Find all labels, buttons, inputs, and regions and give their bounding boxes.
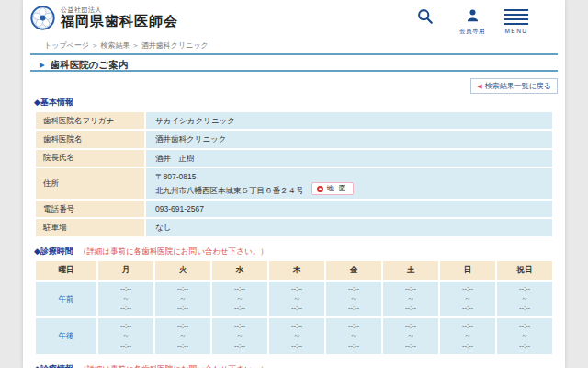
hours-cell-line: --:-- (499, 304, 550, 314)
hours-cell-line: ～ (328, 294, 379, 305)
hours-col-day: 月 (98, 261, 153, 280)
hours-col-day: 水 (212, 261, 267, 280)
row-label: 電話番号 (36, 201, 144, 217)
hours-cell-line: ～ (271, 331, 322, 341)
search-button[interactable] (416, 8, 433, 28)
hours-cell-line: --:-- (157, 341, 209, 351)
hours-col-day: 火 (155, 261, 210, 280)
hours-cell-line: --:-- (100, 304, 152, 314)
basic-info-table: 歯科医院名フリガナサカイシカクリニック歯科医院名酒井歯科クリニック院長氏名酒井 … (34, 110, 554, 238)
back-to-results-button[interactable]: ◀検索結果一覧に戻る (470, 78, 558, 94)
hours-cell-line: ～ (100, 331, 152, 341)
hours-cell-line: --:-- (499, 284, 550, 294)
hours-cell: --:--～--:-- (383, 318, 438, 354)
hours-cell-line: --:-- (385, 321, 436, 331)
basic-info-heading: ◆基本情報 (34, 97, 554, 108)
hours-cell-line: --:-- (328, 321, 379, 331)
menu-button[interactable]: MENU (496, 8, 537, 34)
row-label: 歯科医院名 (36, 131, 144, 147)
hours-cell-line: ～ (442, 294, 493, 305)
hours-table: 曜日月火水木金土日祝日 午前--:--～--:----:--～--:----:-… (34, 259, 554, 356)
value-line: 093-691-2567 (155, 204, 204, 213)
hours-cell-line: --:-- (214, 321, 266, 331)
hours-col-day: 土 (383, 261, 438, 280)
hours-cell-line: --:-- (385, 304, 436, 314)
back-arrow-icon: ◀ (477, 83, 481, 89)
site-header: 公益社団法人 福岡県歯科医師会 会員専用 MENU (23, 0, 565, 37)
hours-cell-line: ～ (214, 294, 266, 305)
row-value: 酒井 正樹 (146, 150, 552, 167)
hours-note: （詳細は事前に各歯科医院にお問い合わせ下さい。） (79, 247, 268, 256)
site-logo[interactable]: 公益社団法人 福岡県歯科医師会 (30, 6, 178, 30)
hours-cell-line: ～ (157, 294, 209, 305)
hours-cell: --:--～--:-- (155, 318, 210, 354)
hours-cell: --:--～--:-- (326, 318, 381, 354)
hours-cell-line: --:-- (442, 321, 493, 331)
value-line: 北九州市八幡西区本城東５丁目６番２４号 (155, 186, 304, 195)
table-row: 電話番号093-691-2567 (36, 201, 552, 217)
person-icon (466, 8, 480, 22)
hours-cell: --:--～--:-- (269, 318, 324, 354)
hours-cell-line: --:-- (100, 321, 152, 331)
hours-cell-line: ～ (499, 331, 550, 341)
hours-cell-line: --:-- (157, 304, 209, 314)
clinical-info-heading-text: ◆診療情報 (34, 364, 74, 368)
hours-cell-line: ～ (214, 331, 266, 341)
row-label: 住所 (36, 168, 144, 199)
hours-cell-line: --:-- (271, 341, 322, 351)
hours-cell-line: ～ (442, 331, 493, 341)
members-only-label: 会員専用 (452, 28, 492, 36)
hours-cell: --:--～--:-- (98, 318, 153, 354)
hours-cell-line: --:-- (328, 341, 379, 351)
row-value: 酒井歯科クリニック (146, 131, 552, 147)
search-icon (417, 8, 433, 24)
hours-cell-line: ～ (100, 294, 152, 305)
hours-cell: --:--～--:-- (98, 282, 153, 317)
hours-row: 午前--:--～--:----:--～--:----:--～--:----:--… (36, 282, 552, 317)
page-title: 歯科医院のご案内 (51, 59, 129, 70)
page-title-bar: ▶歯科医院のご案内 (30, 53, 558, 72)
org-name-label: 福岡県歯科医師会 (61, 14, 178, 29)
row-value: なし (146, 219, 552, 236)
value-line: なし (155, 223, 171, 232)
table-row: 住所〒807-0815北九州市八幡西区本城東５丁目６番２４号地 図 (36, 168, 552, 199)
hours-cell-line: --:-- (328, 284, 379, 294)
value-line: 酒井歯科クリニック (155, 134, 227, 144)
association-emblem-icon (30, 6, 55, 30)
hours-cell: --:--～--:-- (155, 282, 210, 317)
hours-cell-line: --:-- (442, 341, 493, 351)
hours-cell: --:--～--:-- (212, 282, 267, 317)
breadcrumb[interactable]: トップページ ＞ 検索結果 ＞ 酒井歯科クリニック (23, 37, 565, 50)
row-label: 院長氏名 (36, 150, 144, 167)
hours-cell: --:--～--:-- (269, 282, 324, 317)
hours-cell-line: --:-- (157, 284, 209, 294)
page-card: 公益社団法人 福岡県歯科医師会 会員専用 MENU トップページ ＞ 検索結果 (23, 0, 565, 368)
hours-col-day: 木 (269, 261, 324, 280)
value-line: 酒井 正樹 (155, 154, 195, 163)
hours-cell: --:--～--:-- (383, 282, 438, 317)
hours-heading: ◆診療時間（詳細は事前に各歯科医院にお問い合わせ下さい。） (34, 246, 554, 257)
map-button[interactable]: 地 図 (311, 182, 354, 195)
hours-cell: --:--～--:-- (440, 282, 495, 317)
members-only-button[interactable]: 会員専用 (452, 8, 492, 36)
hours-cell-line: --:-- (385, 341, 436, 351)
row-value: 〒807-0815北九州市八幡西区本城東５丁目６番２４号地 図 (146, 168, 552, 199)
hours-cell-line: --:-- (328, 304, 379, 314)
hamburger-menu-icon (504, 9, 528, 25)
hours-cell-line: ～ (157, 331, 209, 341)
hours-cell-line: --:-- (157, 321, 209, 331)
basic-info-heading-text: ◆基本情報 (34, 98, 74, 107)
hours-cell-line: --:-- (214, 284, 266, 294)
row-value: 093-691-2567 (146, 201, 552, 217)
hours-cell-line: --:-- (271, 321, 322, 331)
clinical-info-heading: ◆診療情報（詳細は事前に各歯科医院にお問い合わせ下さい。） (34, 363, 554, 368)
hours-cell-line: ～ (499, 294, 550, 305)
back-row: ◀検索結果一覧に戻る (30, 75, 558, 89)
menu-label: MENU (496, 28, 537, 34)
hours-cell-line: --:-- (214, 341, 266, 351)
back-to-results-label: 検索結果一覧に戻る (485, 82, 551, 90)
hours-cell: --:--～--:-- (326, 282, 381, 317)
hours-cell-line: ～ (271, 294, 322, 305)
hours-col-day: 祝日 (497, 261, 552, 280)
map-pin-icon (317, 186, 323, 192)
